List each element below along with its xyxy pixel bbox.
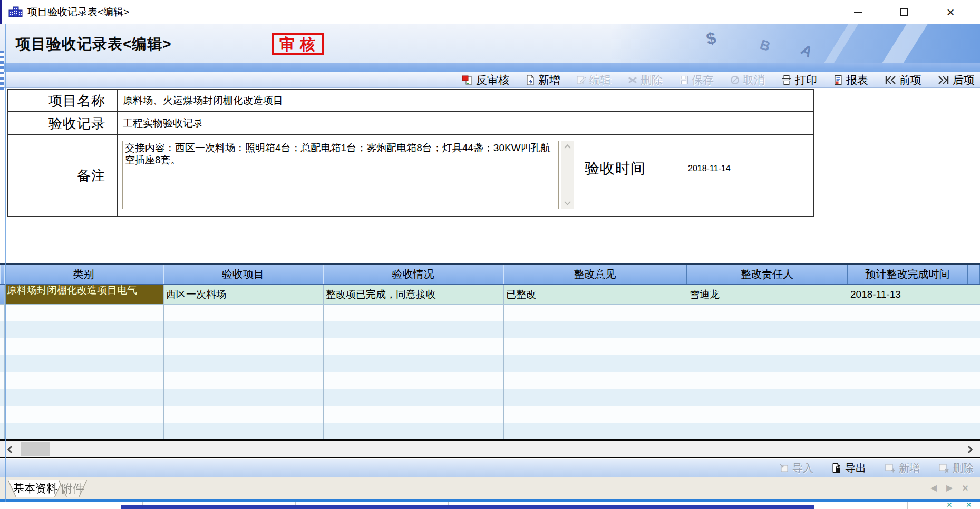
col-header-category: 类别 [4, 265, 163, 284]
add-row-button[interactable]: 新增 [884, 461, 920, 475]
background-selection-bar [121, 505, 814, 509]
cell-opinion[interactable]: 已整改 [504, 285, 687, 304]
remark-scrollbar[interactable] [561, 141, 574, 209]
import-icon [779, 463, 789, 473]
acceptance-grid: 类别 验收项目 验收情况 整改意见 整改责任人 预计整改完成时间 原料场封闭棚化… [0, 263, 980, 439]
header-divider-band [0, 63, 980, 72]
close-icon: × [946, 5, 954, 19]
background-window-edge [0, 0, 2, 24]
print-button[interactable]: 打印 [781, 73, 817, 87]
cell-item[interactable]: 西区一次料场 [164, 285, 324, 304]
tab-close-icon[interactable]: × [962, 484, 968, 492]
main-toolbar: 反审核 新增 编辑 删除 保存 取消 [0, 72, 980, 88]
cell-category[interactable]: 原料场封闭棚化改造项目电气 [5, 285, 164, 304]
cell-deadline[interactable]: 2018-11-13 [848, 285, 968, 304]
record-form: 项目名称 原料场、火运煤场封闭棚化改造项目 验收记录 工程实物验收记录 备注 交… [7, 89, 814, 217]
print-icon [781, 75, 792, 85]
delete-row-button[interactable]: 删除 [938, 461, 974, 475]
delete-button[interactable]: 删除 [627, 73, 663, 87]
cancel-button[interactable]: 取消 [730, 73, 765, 87]
acceptance-time-value[interactable]: 2018-11-14 [688, 164, 731, 173]
previous-item-button[interactable]: 前项 [884, 73, 921, 87]
acceptance-time-label: 验收时间 [585, 159, 646, 179]
tab-attachments[interactable]: 附件 [59, 480, 86, 497]
window-title: 项目验收记录表<编辑> [27, 0, 129, 24]
project-name-label: 项目名称 [8, 90, 118, 111]
minimize-icon [854, 12, 862, 13]
col-header-responsible: 整改责任人 [687, 265, 848, 284]
project-name-value[interactable]: 原料场、火运煤场封闭棚化改造项目 [118, 90, 813, 111]
tab-basic-info[interactable]: 基本资料 [8, 480, 62, 497]
unaudit-icon [462, 75, 473, 85]
grid-toolbar: 导入 导出 新增 删除 [0, 458, 980, 477]
scrollbar-thumb[interactable] [21, 442, 50, 456]
maximize-button[interactable] [881, 0, 927, 24]
unaudit-button[interactable]: 反审核 [462, 73, 509, 87]
save-icon [678, 75, 689, 85]
grid-horizontal-scrollbar[interactable] [0, 439, 980, 458]
minimize-button[interactable] [835, 0, 881, 24]
row-indicator [0, 285, 5, 304]
acceptance-record-value[interactable]: 工程实物验收记录 [118, 112, 813, 134]
remark-label: 备注 [8, 135, 118, 216]
export-button[interactable]: 导出 [831, 461, 866, 475]
import-button[interactable]: 导入 [779, 461, 813, 475]
audit-stamp: 审核 [272, 33, 324, 55]
report-icon [833, 75, 843, 85]
app-building-icon [8, 5, 23, 18]
col-header-status: 验收情况 [323, 265, 503, 284]
remark-textarea[interactable]: 交接内容：西区一次料场：照明箱4台；总配电箱1台；雾炮配电箱8台；灯具44盏；3… [122, 141, 559, 209]
grid-header-row: 类别 验收项目 验收情况 整改意见 整改责任人 预计整改完成时间 [0, 265, 980, 285]
form-panel: 项目名称 原料场、火运煤场封闭棚化改造项目 验收记录 工程实物验收记录 备注 交… [0, 88, 980, 263]
scroll-left-icon[interactable] [7, 446, 15, 453]
scroll-down-icon[interactable] [564, 199, 571, 205]
col-header-deadline: 预计整改完成时间 [848, 265, 968, 284]
header-decor-gradient [611, 24, 980, 63]
page-title: 项目验收记录表<编辑> [16, 34, 172, 54]
edit-button[interactable]: 编辑 [576, 73, 612, 87]
cancel-icon [730, 75, 740, 85]
window-titlebar: 项目验收记录表<编辑> × [0, 0, 980, 24]
add-row-icon [884, 463, 896, 473]
acceptance-record-label: 验收记录 [8, 112, 118, 134]
delete-icon [627, 75, 638, 85]
bottom-tab-bar: 基本资料 附件 ◀ ▶ × [0, 477, 980, 499]
table-row[interactable]: 原料场封闭棚化改造项目电气 西区一次料场 整改项已完成，同意接收 已整改 雪迪龙… [0, 285, 980, 305]
report-button[interactable]: 报表 [833, 73, 868, 87]
prev-icon [884, 75, 897, 85]
background-x-mark: ✕ [946, 502, 953, 509]
grid-empty-area[interactable] [0, 305, 980, 439]
add-button[interactable]: 新增 [525, 73, 560, 87]
cell-responsible[interactable]: 雪迪龙 [687, 285, 848, 304]
row-indicator-header [0, 265, 4, 284]
background-window-dashes [0, 51, 4, 90]
col-header-item: 验收项目 [163, 265, 323, 284]
next-item-button[interactable]: 后项 [937, 73, 975, 87]
col-header-filler [968, 265, 980, 284]
scroll-up-icon[interactable] [564, 144, 571, 151]
maximize-icon [900, 8, 908, 16]
export-icon [831, 463, 842, 473]
add-doc-icon [525, 75, 536, 85]
next-icon [937, 75, 950, 85]
window-left-border [5, 24, 6, 502]
page-header: $ B A 项目验收记录表<编辑> 审核 [0, 24, 980, 63]
save-button[interactable]: 保存 [678, 73, 714, 87]
tab-scroll-left-icon[interactable]: ◀ [930, 483, 937, 493]
remark-area: 交接内容：西区一次料场：照明箱4台；总配电箱1台；雾炮配电箱8台；灯具44盏；3… [118, 135, 813, 216]
background-x-mark: ✕ [966, 502, 972, 509]
edit-icon [576, 75, 587, 85]
background-window-strip: ✕ ✕ [0, 502, 980, 509]
delete-row-icon [938, 463, 949, 473]
cell-filler [968, 285, 980, 304]
scroll-right-icon[interactable] [965, 446, 973, 453]
col-header-opinion: 整改意见 [503, 265, 687, 284]
cell-status[interactable]: 整改项已完成，同意接收 [324, 285, 504, 304]
tab-scroll-right-icon[interactable]: ▶ [946, 483, 953, 493]
close-button[interactable]: × [927, 0, 974, 24]
